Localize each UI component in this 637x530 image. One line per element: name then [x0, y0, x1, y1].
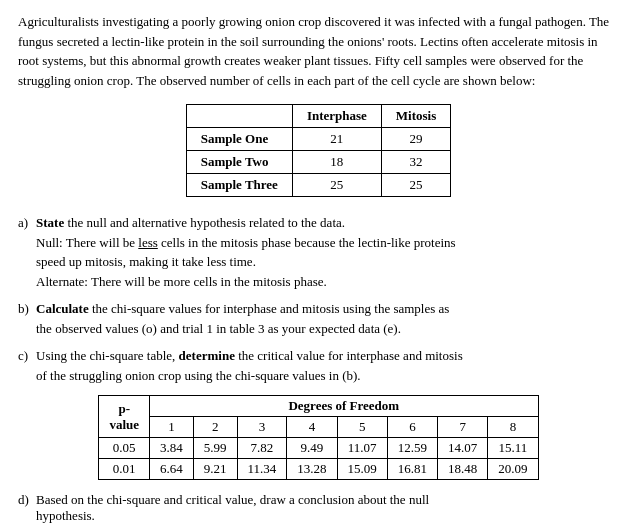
pval-005: 0.05 — [99, 438, 150, 459]
question-b: b) Calculate the chi-square values for i… — [18, 299, 619, 338]
chi-square-table-container: p-value Degrees of Freedom 1 2 3 4 5 6 7… — [18, 395, 619, 480]
question-a-bold: State — [36, 215, 64, 230]
question-b-bold: Calculate — [36, 301, 89, 316]
question-a-content: State the null and alternative hypothesi… — [36, 213, 619, 291]
dof-5-header: 5 — [337, 417, 387, 438]
sample-two-interphase: 18 — [292, 151, 381, 174]
empty-header — [186, 105, 292, 128]
question-a-alt: Alternate: There will be more cells in t… — [36, 274, 327, 289]
question-c: c) Using the chi-square table, determine… — [18, 346, 619, 385]
pval-001: 0.01 — [99, 459, 150, 480]
question-d-label: d) — [18, 492, 36, 508]
chi-001-6: 16.81 — [387, 459, 437, 480]
chi-001-3: 11.34 — [237, 459, 287, 480]
sample-three-label: Sample Three — [186, 174, 292, 197]
sample-one-label: Sample One — [186, 128, 292, 151]
dof-7-header: 7 — [438, 417, 488, 438]
question-c-text1: Using the chi-square table, — [36, 348, 179, 363]
dof-4-header: 4 — [287, 417, 337, 438]
dof-1-header: 1 — [150, 417, 194, 438]
question-b-content: Calculate the chi-square values for inte… — [36, 299, 619, 338]
questions-section: a) State the null and alternative hypoth… — [18, 213, 619, 385]
question-d-content: Based on the chi-square and critical val… — [36, 492, 619, 524]
table-row: Sample Two 18 32 — [186, 151, 451, 174]
chi-001-1: 6.64 — [150, 459, 194, 480]
dof-3-header: 3 — [237, 417, 287, 438]
question-d-text1: Based on the chi-square and critical val… — [36, 492, 429, 507]
question-b-label: b) — [18, 299, 36, 319]
question-c-text2: the critical value for interphase and mi… — [235, 348, 463, 363]
interphase-header: Interphase — [292, 105, 381, 128]
chi-005-3: 7.82 — [237, 438, 287, 459]
chi-square-table: p-value Degrees of Freedom 1 2 3 4 5 6 7… — [98, 395, 538, 480]
chi-001-2: 9.21 — [193, 459, 237, 480]
intro-text: Agriculturalists investigating a poorly … — [18, 14, 609, 88]
intro-paragraph: Agriculturalists investigating a poorly … — [18, 12, 619, 90]
question-a-label: a) — [18, 213, 36, 233]
cell-cycle-table: Interphase Mitosis Sample One 21 29 Samp… — [186, 104, 452, 197]
question-a-null: Null: There will be less cells in the mi… — [36, 235, 456, 250]
dof-6-header: 6 — [387, 417, 437, 438]
dof-2-header: 2 — [193, 417, 237, 438]
question-c-bold: determine — [179, 348, 235, 363]
chi-005-5: 11.07 — [337, 438, 387, 459]
chi-005-7: 14.07 — [438, 438, 488, 459]
chi-005-1: 3.84 — [150, 438, 194, 459]
sample-three-interphase: 25 — [292, 174, 381, 197]
cell-cycle-table-container: Interphase Mitosis Sample One 21 29 Samp… — [18, 104, 619, 197]
degrees-of-freedom-header: Degrees of Freedom — [150, 396, 539, 417]
sample-two-label: Sample Two — [186, 151, 292, 174]
chi-005-6: 12.59 — [387, 438, 437, 459]
question-d-text2: hypothesis. — [36, 508, 95, 523]
mitosis-header: Mitosis — [381, 105, 450, 128]
sample-one-mitosis: 29 — [381, 128, 450, 151]
sample-three-mitosis: 25 — [381, 174, 450, 197]
table-row: Sample One 21 29 — [186, 128, 451, 151]
question-b-text: the chi-square values for interphase and… — [89, 301, 450, 316]
chi-001-8: 20.09 — [488, 459, 538, 480]
question-b-text2: the observed values (o) and trial 1 in t… — [36, 321, 401, 336]
chi-row-005: 0.05 3.84 5.99 7.82 9.49 11.07 12.59 14.… — [99, 438, 538, 459]
table-row: Sample Three 25 25 — [186, 174, 451, 197]
question-a-null2: speed up mitosis, making it take less ti… — [36, 254, 256, 269]
sample-one-interphase: 21 — [292, 128, 381, 151]
chi-001-4: 13.28 — [287, 459, 337, 480]
question-a: a) State the null and alternative hypoth… — [18, 213, 619, 291]
chi-005-8: 15.11 — [488, 438, 538, 459]
dof-8-header: 8 — [488, 417, 538, 438]
chi-row-001: 0.01 6.64 9.21 11.34 13.28 15.09 16.81 1… — [99, 459, 538, 480]
chi-005-4: 9.49 — [287, 438, 337, 459]
chi-005-2: 5.99 — [193, 438, 237, 459]
chi-001-7: 18.48 — [438, 459, 488, 480]
question-d: d) Based on the chi-square and critical … — [18, 492, 619, 524]
question-c-content: Using the chi-square table, determine th… — [36, 346, 619, 385]
question-c-label: c) — [18, 346, 36, 366]
chi-001-5: 15.09 — [337, 459, 387, 480]
question-a-text1: the null and alternative hypothesis rela… — [64, 215, 345, 230]
question-c-text3: of the struggling onion crop using the c… — [36, 368, 361, 383]
pvalue-header: p-value — [99, 396, 150, 438]
sample-two-mitosis: 32 — [381, 151, 450, 174]
